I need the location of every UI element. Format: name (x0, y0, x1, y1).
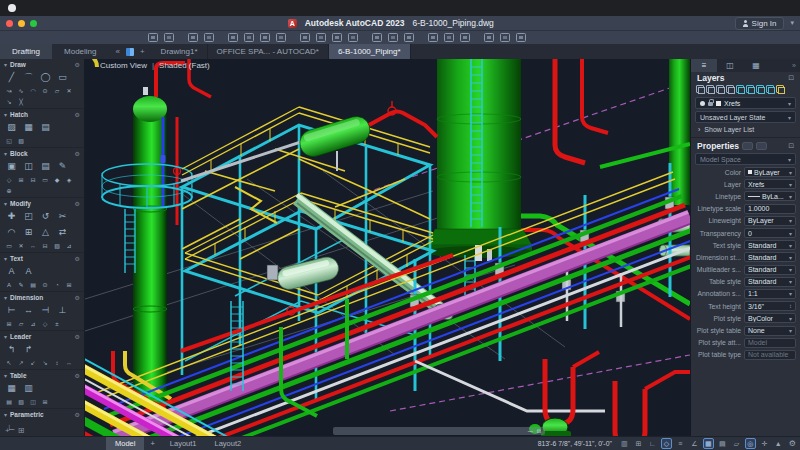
modify-tool-8-icon[interactable]: ⇄ (55, 225, 70, 239)
customization-gear-icon[interactable]: ⚙ (789, 439, 796, 448)
dropdown-caret-icon[interactable]: ▾ (789, 230, 792, 237)
property-value-color[interactable]: ByLayer▾ (744, 167, 796, 177)
collapse-arrow-icon[interactable]: ▾ (4, 61, 7, 68)
properties-quick-select-button[interactable] (756, 142, 767, 150)
modify-subtool-3-icon[interactable]: ↔ (28, 241, 38, 250)
leader-tool-1-icon[interactable]: ↰ (4, 342, 19, 356)
object-snap-tracking-icon[interactable]: ▤ (717, 438, 728, 449)
collapse-arrow-icon[interactable]: ▾ (4, 200, 7, 207)
drawing-tab-6-b-1000-piping[interactable]: 6-B-1000_Piping* (329, 44, 411, 59)
text-tool-2-icon[interactable]: A (21, 264, 36, 278)
section-header-table[interactable]: ▾Table⚙ (0, 370, 84, 380)
selection-caret-icon[interactable]: ▾ (788, 156, 791, 163)
section-header-block[interactable]: ▾Block⚙ (0, 148, 84, 158)
hatch-subtool-1-icon[interactable]: ◱ (4, 136, 14, 145)
panel-undock-icon[interactable]: ⊡ (788, 74, 794, 82)
property-value-dimension-st[interactable]: Standard▾ (744, 252, 796, 262)
dimension-subtool-4-icon[interactable]: ◇ (40, 319, 50, 328)
save-as-icon[interactable] (348, 33, 358, 42)
section-options-icon[interactable]: ⚙ (75, 150, 80, 157)
draw-subtool-5-icon[interactable]: ▱ (52, 86, 62, 95)
draw-subtool-7-icon[interactable]: ↘ (4, 97, 14, 106)
text-subtool-4-icon[interactable]: ⊙ (40, 280, 50, 289)
modify-tool-2-icon[interactable]: ◰ (21, 209, 36, 223)
modify-subtool-1-icon[interactable]: ▭ (4, 241, 14, 250)
leader-tool-2-icon[interactable]: ↱ (21, 342, 36, 356)
property-value-text-style[interactable]: Standard▾ (744, 240, 796, 250)
tab-layout1[interactable]: Layout1 (161, 437, 206, 450)
section-header-parametric[interactable]: ▾Parametric⚙ (0, 409, 84, 419)
measure-icon[interactable] (428, 33, 438, 42)
collapse-arrow-icon[interactable]: ▾ (4, 294, 7, 301)
modify-subtool-5-icon[interactable]: ▧ (52, 241, 62, 250)
property-value-transparency[interactable]: 0▾ (744, 228, 796, 238)
draw-subtool-6-icon[interactable]: ✕ (64, 86, 74, 95)
object-snap-icon[interactable]: ▦ (703, 438, 714, 449)
piping-3d-scene[interactable] (85, 59, 690, 436)
block-tool-1-icon[interactable]: ▣ (4, 159, 19, 173)
section-header-hatch[interactable]: ▾Hatch⚙ (0, 109, 84, 119)
property-value-table-style[interactable]: Standard▾ (744, 277, 796, 287)
property-value-plot-style-table[interactable]: None▾ (744, 326, 796, 336)
table-tool-2-icon[interactable]: ▥ (21, 381, 36, 395)
selection-scope-selector[interactable]: Model Space ▾ (695, 153, 796, 165)
section-options-icon[interactable]: ⚙ (75, 111, 80, 118)
save-icon[interactable] (332, 33, 342, 42)
new-layer-icon[interactable] (706, 85, 714, 93)
draw-tool-2-icon[interactable]: ⌒ (21, 70, 36, 84)
property-value-lineweight[interactable]: ByLayer▾ (744, 216, 796, 226)
leader-subtool-3-icon[interactable]: ↙ (28, 358, 38, 367)
dropdown-caret-icon[interactable]: ▾ (789, 181, 792, 188)
property-value-text-height[interactable]: 3/16"↕ (744, 301, 796, 311)
dimension-subtool-2-icon[interactable]: ▱ (16, 319, 26, 328)
redo-icon[interactable] (204, 33, 214, 42)
block-subtool-4-icon[interactable]: ▭ (40, 175, 50, 184)
dimension-tool-4-icon[interactable]: ⊥ (55, 303, 70, 317)
layer-on-icon[interactable] (700, 101, 705, 106)
modify-tool-7-icon[interactable]: △ (38, 225, 53, 239)
collapse-arrow-icon[interactable]: ▾ (4, 411, 7, 418)
zoom-window-button[interactable] (30, 20, 37, 27)
stepper-icon[interactable]: ↕ (789, 303, 792, 309)
block-tool-3-icon[interactable]: ▤ (38, 159, 53, 173)
draw-subtool-1-icon[interactable]: ↝ (4, 86, 14, 95)
3d-object-snap-icon[interactable]: ✛ (759, 438, 770, 449)
section-header-leader[interactable]: ▾Leader⚙ (0, 331, 84, 341)
block-subtool-2-icon[interactable]: ⊞ (16, 175, 26, 184)
block-tool-4-icon[interactable]: ✎ (55, 159, 70, 173)
table-subtool-4-icon[interactable]: ⊞ (40, 397, 50, 406)
orbit-icon[interactable] (404, 33, 414, 42)
layer-lock-icon[interactable] (708, 102, 713, 106)
layers-tab[interactable]: ≡ (691, 59, 717, 72)
leader-subtool-2-icon[interactable]: ↗ (16, 358, 26, 367)
add-tool-icon[interactable]: + (5, 426, 10, 435)
modify-subtool-4-icon[interactable]: ⊟ (40, 241, 50, 250)
text-subtool-6-icon[interactable]: ⊞ (64, 280, 74, 289)
layer-dropdown-caret-icon[interactable]: ▾ (788, 100, 791, 107)
table-subtool-3-icon[interactable]: ◫ (28, 397, 38, 406)
workspace-tab-drafting[interactable]: Drafting (0, 44, 52, 59)
layer-freeze-icon[interactable] (756, 85, 764, 93)
modify-subtool-2-icon[interactable]: ✕ (16, 241, 26, 250)
layer-properties-icon[interactable] (696, 85, 704, 93)
send-icon[interactable] (500, 33, 510, 42)
plot-icon[interactable] (244, 33, 254, 42)
layer-state-caret-icon[interactable]: ▾ (788, 114, 791, 121)
layer-lock-icon[interactable] (766, 85, 774, 93)
layer-state-selector[interactable]: Unsaved Layer State ▾ (695, 111, 796, 123)
block-subtool-5-icon[interactable]: ◆ (52, 175, 62, 184)
section-header-draw[interactable]: ▾Draw⚙ (0, 59, 84, 69)
modify-tool-4-icon[interactable]: ✂ (55, 209, 70, 223)
leader-subtool-6-icon[interactable]: ↔ (64, 358, 74, 367)
modify-tool-3-icon[interactable]: ↺ (38, 209, 53, 223)
draw-subtool-4-icon[interactable]: ⊙ (40, 86, 50, 95)
text-subtool-1-icon[interactable]: A (4, 280, 14, 289)
disclosure-icon[interactable]: › (698, 126, 700, 133)
property-value-linetype-scale[interactable]: 1.0000 (744, 204, 796, 214)
dropdown-caret-icon[interactable]: ▾ (789, 290, 792, 297)
section-options-icon[interactable]: ⚙ (75, 255, 80, 262)
polar-tracking-icon[interactable]: ∠ (689, 438, 700, 449)
dimension-tool-2-icon[interactable]: ↔ (21, 303, 36, 317)
hatch-tool-3-icon[interactable]: ▤ (38, 120, 53, 134)
set-current-layer-icon[interactable] (726, 85, 734, 93)
